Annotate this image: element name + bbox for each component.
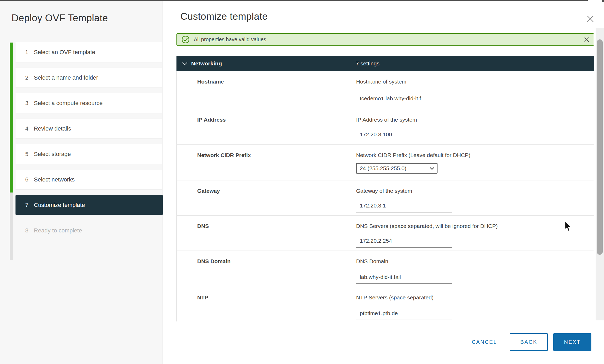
property-label: DNS xyxy=(197,223,209,229)
section-name: Networking xyxy=(191,60,222,67)
step-label: Customize template xyxy=(34,202,85,209)
ntp-servers-input[interactable]: ptbtime1.ptb.de xyxy=(356,310,452,320)
property-label: Gateway xyxy=(197,188,220,194)
wizard-steps-list: 1 Select an OVF template 2 Select a name… xyxy=(15,42,163,246)
property-row-dns: DNS DNS Servers (space separated, will b… xyxy=(177,216,594,251)
check-circle-icon xyxy=(181,35,190,44)
step-number: 4 xyxy=(23,125,30,132)
property-description: Hostname of system xyxy=(356,79,406,85)
property-row-hostname: Hostname Hostname of system tcedemo1.lab… xyxy=(177,71,594,109)
property-description: DNS Domain xyxy=(356,258,388,264)
step-label: Review details xyxy=(34,125,71,132)
validation-success-banner: All properties have valid values xyxy=(176,33,594,46)
back-button[interactable]: BACK xyxy=(510,333,548,351)
section-settings-count: 7 settings xyxy=(356,60,379,67)
step-label: Select storage xyxy=(34,151,71,158)
property-row-dns-domain: DNS Domain DNS Domain lab.why-did-it.fai… xyxy=(177,251,594,287)
select-chevron-icon xyxy=(430,167,434,170)
property-description: DNS Servers (space separated, will be ig… xyxy=(356,223,498,229)
vertical-scrollbar[interactable] xyxy=(596,28,604,320)
step-number: 3 xyxy=(23,100,30,107)
browser-top-strip-corner xyxy=(602,0,604,2)
progress-rail-completed xyxy=(10,43,13,193)
banner-close-button[interactable] xyxy=(584,37,590,43)
step-label: Select a compute resource xyxy=(34,100,103,107)
cidr-prefix-select[interactable]: 24 (255.255.255.0) xyxy=(356,163,438,174)
property-row-network-cidr-prefix: Network CIDR Prefix Network CIDR Prefix … xyxy=(177,145,594,180)
step-select-networks[interactable]: 6 Select networks xyxy=(15,170,162,189)
step-ready-to-complete: 8 Ready to complete xyxy=(15,221,162,240)
property-label: Hostname xyxy=(197,79,224,85)
step-label: Select an OVF template xyxy=(34,49,95,56)
progress-rail-remaining xyxy=(10,193,13,260)
property-description: Gateway of the system xyxy=(356,188,412,194)
step-number: 1 xyxy=(23,49,30,56)
property-label: DNS Domain xyxy=(197,258,231,264)
close-button[interactable] xyxy=(585,13,596,25)
property-row-ip-address: IP Address IP Address of the system 172.… xyxy=(177,109,594,145)
step-select-name-folder[interactable]: 2 Select a name and folder xyxy=(15,68,162,87)
step-select-storage[interactable]: 5 Select storage xyxy=(15,144,162,164)
gateway-input[interactable]: 172.20.3.1 xyxy=(356,202,452,212)
step-label: Select networks xyxy=(34,176,75,183)
property-row-ntp: NTP NTP Servers (space separated) ptbtim… xyxy=(177,287,594,321)
property-description: Network CIDR Prefix (Leave default for D… xyxy=(356,152,470,158)
close-icon xyxy=(586,15,594,23)
section-header-networking[interactable]: Networking 7 settings xyxy=(176,56,594,71)
hostname-input[interactable]: tcedemo1.lab.why-did-it.f xyxy=(356,95,452,105)
property-row-gateway: Gateway Gateway of the system 172.20.3.1 xyxy=(177,180,594,216)
step-number: 6 xyxy=(23,176,30,183)
step-number: 7 xyxy=(23,202,30,209)
step-number: 5 xyxy=(23,151,30,158)
page-title: Customize template xyxy=(180,11,268,22)
property-label: NTP xyxy=(197,294,208,301)
property-label: Network CIDR Prefix xyxy=(197,152,251,158)
step-select-ovf-template[interactable]: 1 Select an OVF template xyxy=(15,42,162,62)
banner-close-icon xyxy=(584,37,590,43)
scrollbar-thumb[interactable] xyxy=(597,39,603,255)
step-label: Ready to complete xyxy=(34,227,82,234)
property-label: IP Address xyxy=(197,117,226,123)
wizard-title: Deploy OVF Template xyxy=(12,13,108,24)
dns-domain-input[interactable]: lab.why-did-it.fail xyxy=(356,274,452,284)
step-number: 2 xyxy=(23,74,30,81)
banner-message: All properties have valid values xyxy=(194,37,266,43)
step-customize-template[interactable]: 7 Customize template xyxy=(15,195,163,215)
cidr-prefix-selected-value: 24 (255.255.255.0) xyxy=(360,165,406,171)
step-label: Select a name and folder xyxy=(34,74,98,81)
next-button[interactable]: NEXT xyxy=(553,333,591,351)
step-review-details[interactable]: 4 Review details xyxy=(15,119,162,138)
step-select-compute-resource[interactable]: 3 Select a compute resource xyxy=(15,93,162,113)
chevron-down-icon xyxy=(182,62,188,65)
ip-address-input[interactable]: 172.20.3.100 xyxy=(356,131,452,141)
property-description: IP Address of the system xyxy=(356,117,417,123)
property-description: NTP Servers (space separated) xyxy=(356,294,434,301)
cancel-button[interactable]: CANCEL xyxy=(469,333,500,351)
properties-table: Hostname Hostname of system tcedemo1.lab… xyxy=(176,71,594,321)
dns-servers-input[interactable]: 172.20.2.254 xyxy=(356,238,452,248)
step-number: 8 xyxy=(23,227,30,234)
